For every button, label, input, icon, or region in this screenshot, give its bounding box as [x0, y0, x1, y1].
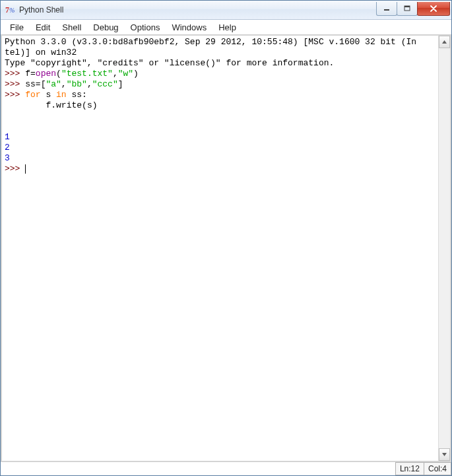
- prompt: >>>: [5, 164, 25, 174]
- client-area: Python 3.3.0 (v3.3.0:bd8afb90ebf2, Sep 2…: [1, 35, 451, 462]
- code-op: .: [51, 100, 56, 110]
- window-buttons: [377, 2, 450, 15]
- output-line: 2: [5, 143, 10, 153]
- output-line: 1: [5, 132, 10, 142]
- titlebar[interactable]: 7 % Python Shell: [1, 1, 451, 20]
- code-ident: f: [25, 69, 30, 79]
- menu-edit[interactable]: Edit: [30, 21, 55, 34]
- prompt: >>>: [5, 69, 25, 79]
- vertical-scrollbar[interactable]: [438, 36, 450, 461]
- maximize-button[interactable]: [397, 2, 418, 16]
- code-ident: write: [56, 100, 82, 110]
- scroll-track[interactable]: [439, 48, 450, 448]
- code-op: (: [56, 69, 61, 79]
- code-ident: ss: [71, 90, 82, 100]
- window-frame: 7 % Python Shell File Edit Shell Debug O…: [0, 0, 452, 476]
- indent: [5, 100, 46, 110]
- code-op: =: [36, 79, 41, 89]
- menu-shell[interactable]: Shell: [57, 21, 86, 34]
- code-op: ,: [87, 79, 92, 89]
- output-line: 3: [5, 153, 10, 163]
- status-col: Col: 4: [424, 462, 451, 475]
- code-ident: s: [87, 100, 92, 110]
- svg-text:%: %: [9, 7, 15, 14]
- code-op: ,: [113, 69, 118, 79]
- code-builtin: open: [36, 69, 56, 79]
- shell-text-area[interactable]: Python 3.3.0 (v3.3.0:bd8afb90ebf2, Sep 2…: [2, 36, 438, 461]
- menu-debug[interactable]: Debug: [88, 21, 123, 34]
- prompt: >>>: [5, 79, 25, 89]
- menu-options[interactable]: Options: [125, 21, 166, 34]
- scroll-down-button[interactable]: [439, 448, 450, 461]
- code-keyword: for: [25, 90, 40, 100]
- svg-rect-4: [404, 6, 410, 7]
- code-op: ): [92, 100, 98, 110]
- status-col-label: Col:: [428, 464, 442, 473]
- status-line-value: 12: [411, 464, 420, 473]
- svg-rect-2: [384, 9, 389, 11]
- menu-help[interactable]: Help: [213, 21, 242, 34]
- code-ident: ss: [25, 79, 36, 89]
- minimize-button[interactable]: [376, 2, 397, 16]
- code-op: ]: [118, 79, 123, 89]
- menu-file[interactable]: File: [5, 21, 29, 34]
- status-line-label: Ln:: [400, 464, 411, 473]
- code-op: =: [30, 69, 36, 79]
- banner-line: Python 3.3.0 (v3.3.0:bd8afb90ebf2, Sep 2…: [5, 37, 416, 47]
- code-string: "a": [46, 79, 61, 89]
- menubar: File Edit Shell Debug Options Windows He…: [1, 20, 451, 35]
- status-col-value: 4: [442, 464, 447, 473]
- prompt: >>>: [5, 90, 25, 100]
- code-string: "bb": [67, 79, 87, 89]
- code-op: :: [82, 90, 87, 100]
- window-title: Python Shell: [19, 5, 377, 15]
- code-keyword: in: [56, 90, 67, 100]
- app-icon: 7 %: [5, 5, 15, 15]
- code-op: ,: [61, 79, 67, 89]
- code-string: "ccc": [92, 79, 118, 89]
- scroll-up-button[interactable]: [439, 36, 450, 48]
- close-button[interactable]: [417, 2, 450, 16]
- banner-line: tel)] on win32: [5, 48, 77, 57]
- code-string: "test.txt": [61, 69, 113, 79]
- code-string: "w": [118, 69, 133, 79]
- status-bar: Ln: 12 Col: 4: [1, 462, 451, 475]
- menu-windows[interactable]: Windows: [166, 21, 212, 34]
- text-cursor: [25, 164, 26, 174]
- banner-line: Type "copyright", "credits" or "license(…: [5, 58, 334, 68]
- status-line: Ln: 12: [395, 462, 424, 475]
- code-op: (: [82, 100, 87, 110]
- code-op: ): [133, 69, 139, 79]
